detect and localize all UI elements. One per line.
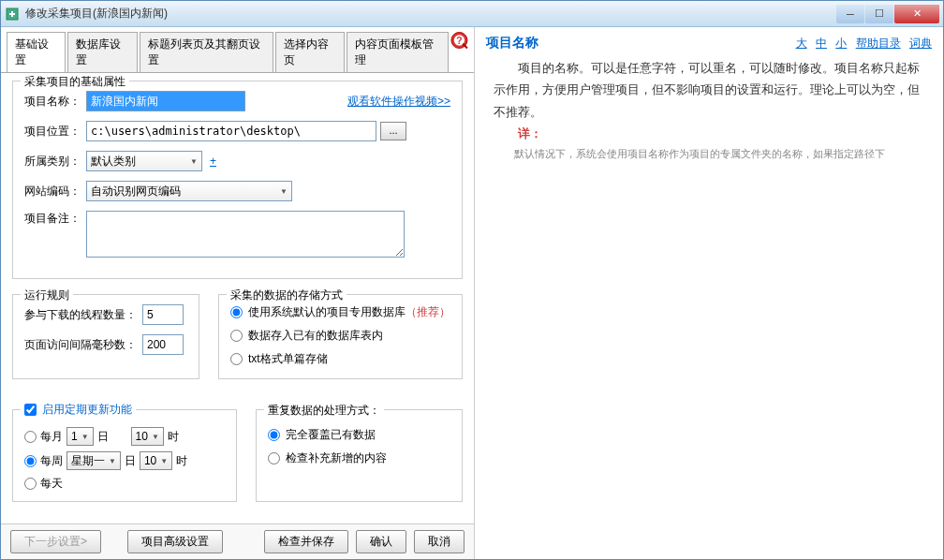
remark-label: 项目备注： xyxy=(24,211,86,227)
window-title: 修改采集项目(新浪国内新闻) xyxy=(25,6,835,22)
svg-text:?: ? xyxy=(456,36,462,46)
window-controls: ─ ☐ ✕ xyxy=(835,5,939,23)
hour-unit: 时 xyxy=(168,429,179,445)
basic-legend: 采集项目的基础属性 xyxy=(21,74,129,90)
schedule-fieldset: 启用定期更新功能 每月 1▼ 日 10▼ 时 xyxy=(12,409,237,502)
content-area: 基础设置 数据库设置 标题列表页及其翻页设置 选择内容页 内容页面模板管理 ? … xyxy=(1,27,943,559)
threads-input[interactable] xyxy=(142,304,184,325)
advanced-button[interactable]: 项目高级设置 xyxy=(127,530,223,553)
button-bar: 下一步设置> 项目高级设置 检查并保存 确认 取消 xyxy=(1,523,474,559)
detail-label: 详： xyxy=(518,126,542,140)
monthly-hour-dropdown[interactable]: 10▼ xyxy=(131,427,164,446)
chevron-down-icon: ▼ xyxy=(280,187,288,196)
storage-fieldset: 采集的数据的存储方式 使用系统默认的项目专用数据库 （推荐） 数据存入已有的数据… xyxy=(218,294,463,379)
font-mid-link[interactable]: 中 xyxy=(816,37,827,50)
category-value: 默认类别 xyxy=(91,154,136,169)
tab-template[interactable]: 内容页面模板管理 xyxy=(347,32,449,73)
schedule-weekly-radio[interactable] xyxy=(24,455,37,467)
duplicate-fieldset: 重复数据的处理方式： 完全覆盖已有数据 检查补充新增的内容 xyxy=(256,409,463,502)
chevron-down-icon: ▼ xyxy=(190,157,198,166)
recommend-label: （推荐） xyxy=(406,304,450,320)
weekly-day-dropdown[interactable]: 星期一▼ xyxy=(66,451,121,470)
dup-opt2: 检查补充新增的内容 xyxy=(286,450,387,466)
dup-append-radio[interactable] xyxy=(268,452,280,464)
path-label: 项目位置： xyxy=(24,124,86,140)
weekly-label: 每周 xyxy=(40,453,63,469)
ok-button[interactable]: 确认 xyxy=(356,530,406,553)
maximize-button[interactable]: ☐ xyxy=(865,5,893,23)
minimize-button[interactable]: ─ xyxy=(836,5,864,23)
storage-opt2: 数据存入已有的数据库表内 xyxy=(248,328,383,344)
storage-radio-existing[interactable] xyxy=(230,330,243,342)
interval-label: 页面访问间隔毫秒数： xyxy=(24,337,137,353)
help-title: 项目名称 xyxy=(486,35,538,52)
schedule-daily-radio[interactable] xyxy=(24,478,37,490)
help-panel: 项目名称 大 中 小 帮助目录 词典 项目的名称。可以是任意字符，可以重名，可以… xyxy=(475,27,943,559)
storage-opt1: 使用系统默认的项目专用数据库 xyxy=(248,304,406,320)
threads-label: 参与下载的线程数量： xyxy=(24,307,137,323)
cancel-button[interactable]: 取消 xyxy=(414,530,465,553)
dict-link[interactable]: 词典 xyxy=(909,37,932,50)
project-name-input[interactable] xyxy=(86,91,245,111)
category-dropdown[interactable]: 默认类别 ▼ xyxy=(86,151,202,171)
encoding-dropdown[interactable]: 自动识别网页编码 ▼ xyxy=(86,181,292,201)
close-button[interactable]: ✕ xyxy=(894,5,939,23)
video-link[interactable]: 观看软件操作视频>> xyxy=(347,94,450,110)
help-text1: 项目的名称。可以是任意字符，可以重名，可以随时修改。项目名称只起标示作用，方便用… xyxy=(494,57,924,123)
check-save-button[interactable]: 检查并保存 xyxy=(264,530,348,553)
encoding-value: 自动识别网页编码 xyxy=(91,184,181,199)
daily-label: 每天 xyxy=(40,476,63,492)
help-catalog-link[interactable]: 帮助目录 xyxy=(856,37,901,50)
day-unit2: 日 xyxy=(125,453,136,469)
app-window: 修改采集项目(新浪国内新闻) ─ ☐ ✕ 基础设置 数据库设置 标题列表页及其翻… xyxy=(0,0,944,560)
hour-unit2: 时 xyxy=(176,453,187,469)
tab-database[interactable]: 数据库设置 xyxy=(67,32,138,73)
encoding-label: 网站编码： xyxy=(24,184,86,199)
monthly-label: 每月 xyxy=(40,429,63,445)
prev-button[interactable]: 下一步设置> xyxy=(10,530,101,553)
tab-content-area: 采集项目的基础属性 项目名称： 观看软件操作视频>> 项目位置： ... 所属类… xyxy=(1,72,474,523)
storage-radio-default[interactable] xyxy=(230,306,243,318)
run-rules-fieldset: 运行规则 参与下载的线程数量： 页面访问间隔毫秒数： xyxy=(12,294,199,379)
storage-radio-txt[interactable] xyxy=(230,353,243,365)
dup-overwrite-radio[interactable] xyxy=(268,429,280,441)
help-icon[interactable]: ? xyxy=(450,31,468,50)
help-text2: 默认情况下，系统会使用项目名称作为项目的专属文件夹的名称，如果指定路径下 xyxy=(494,145,924,164)
tab-content[interactable]: 选择内容页 xyxy=(275,32,346,73)
monthly-day-dropdown[interactable]: 1▼ xyxy=(66,427,94,446)
left-panel: 基础设置 数据库设置 标题列表页及其翻页设置 选择内容页 内容页面模板管理 ? … xyxy=(1,27,475,559)
tab-listpage[interactable]: 标题列表页及其翻页设置 xyxy=(140,32,273,73)
add-category-link[interactable]: + xyxy=(210,155,216,168)
weekly-hour-dropdown[interactable]: 10▼ xyxy=(140,451,172,470)
browse-button[interactable]: ... xyxy=(380,122,406,140)
font-small-link[interactable]: 小 xyxy=(835,37,847,50)
day-unit: 日 xyxy=(97,429,109,445)
schedule-enable-label: 启用定期更新功能 xyxy=(42,402,132,418)
help-body: 项目的名称。可以是任意字符，可以重名，可以随时修改。项目名称只起标示作用，方便用… xyxy=(486,57,932,163)
basic-props-fieldset: 采集项目的基础属性 项目名称： 观看软件操作视频>> 项目位置： ... 所属类… xyxy=(12,81,463,279)
run-legend: 运行规则 xyxy=(21,287,73,303)
storage-legend: 采集的数据的存储方式 xyxy=(227,287,347,303)
dup-legend: 重复数据的处理方式： xyxy=(264,403,384,419)
tab-bar: 基础设置 数据库设置 标题列表页及其翻页设置 选择内容页 内容页面模板管理 ? xyxy=(1,27,474,72)
name-label: 项目名称： xyxy=(24,94,86,110)
app-icon xyxy=(5,7,20,22)
category-label: 所属类别： xyxy=(24,154,86,169)
tab-basic[interactable]: 基础设置 xyxy=(7,32,66,73)
remark-textarea[interactable] xyxy=(86,211,405,258)
storage-opt3: txt格式单篇存储 xyxy=(248,351,328,367)
titlebar[interactable]: 修改采集项目(新浪国内新闻) ─ ☐ ✕ xyxy=(1,1,943,27)
schedule-monthly-radio[interactable] xyxy=(24,431,37,443)
dup-opt1: 完全覆盖已有数据 xyxy=(286,427,376,443)
project-path-input[interactable] xyxy=(86,121,376,141)
font-big-link[interactable]: 大 xyxy=(796,37,807,50)
schedule-enable-checkbox[interactable] xyxy=(24,404,37,416)
interval-input[interactable] xyxy=(142,334,184,355)
